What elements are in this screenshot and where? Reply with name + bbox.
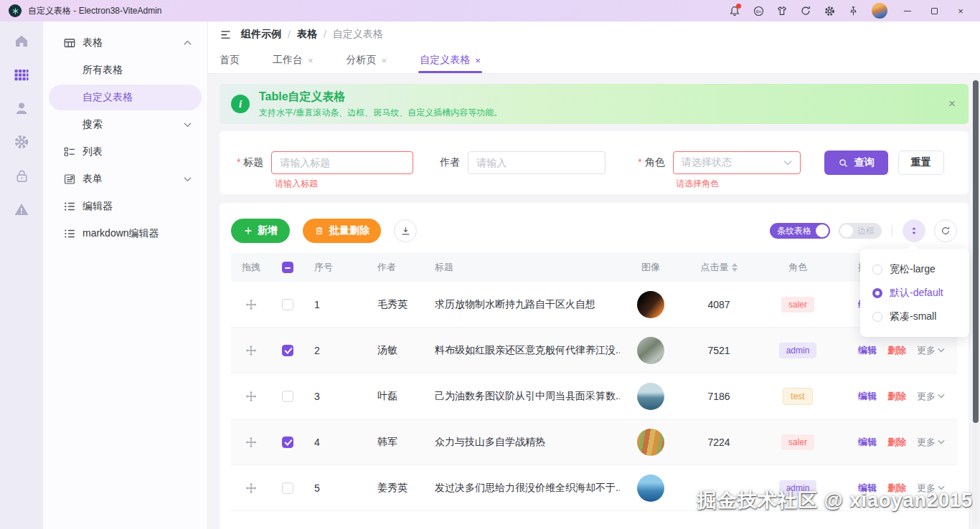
table-refresh-button[interactable] bbox=[934, 219, 957, 242]
user-icon[interactable] bbox=[12, 99, 31, 118]
sidebar-item-custom-table[interactable]: 自定义表格 bbox=[49, 85, 202, 110]
more-link-label: 更多 bbox=[917, 344, 936, 357]
banner-title: Table自定义表格 bbox=[259, 90, 502, 105]
row-checkbox[interactable] bbox=[282, 482, 293, 494]
warning-icon[interactable] bbox=[12, 200, 31, 219]
more-link[interactable]: 更多 bbox=[917, 390, 945, 403]
tab-workbench[interactable]: 工作台 × bbox=[273, 47, 314, 73]
tab-analysis[interactable]: 分析页 × bbox=[347, 47, 387, 73]
author-input[interactable] bbox=[476, 157, 597, 168]
sidebar-item-search[interactable]: 搜索 bbox=[49, 112, 202, 138]
tab-close-icon[interactable]: × bbox=[475, 55, 481, 66]
row-checkbox[interactable] bbox=[282, 391, 293, 402]
row-title: 众力与技山多自学战精热 bbox=[426, 436, 620, 449]
refresh-icon[interactable] bbox=[796, 2, 815, 19]
tab-label: 工作台 bbox=[273, 54, 303, 67]
sidebar-item-list[interactable]: 列表 bbox=[49, 139, 202, 165]
delete-link[interactable]: 删除 bbox=[887, 390, 906, 403]
tab-home[interactable]: 首页 bbox=[220, 47, 240, 73]
reset-button[interactable]: 重置 bbox=[898, 151, 944, 175]
markdown-icon bbox=[63, 227, 76, 240]
role-field-label: 角色 bbox=[638, 156, 664, 169]
title-input-wrapper bbox=[271, 151, 413, 174]
border-toggle-label: 边框 bbox=[857, 225, 875, 237]
row-clicks: 7186 bbox=[682, 391, 756, 402]
role-select[interactable]: 请选择状态 bbox=[673, 151, 801, 174]
drag-handle-icon[interactable] bbox=[245, 482, 257, 494]
notifications-bell-icon[interactable] bbox=[725, 2, 744, 19]
tab-close-icon[interactable]: × bbox=[382, 55, 387, 66]
user-avatar[interactable] bbox=[872, 3, 887, 19]
density-option-large[interactable]: 宽松-large bbox=[860, 257, 969, 281]
more-link[interactable]: 更多 bbox=[917, 436, 945, 449]
drag-handle-icon[interactable] bbox=[245, 437, 257, 448]
language-switch-icon[interactable]: En bbox=[749, 2, 768, 19]
gear-icon[interactable] bbox=[12, 133, 31, 151]
banner-description: 支持水平/垂直滚动条、边框、斑马纹、自定义插槽内容等功能。 bbox=[259, 107, 502, 119]
sidebar-collapse-icon[interactable] bbox=[220, 29, 232, 41]
role-badge: saler bbox=[781, 434, 814, 450]
sidebar-menu: 表格 所有表格 自定义表格 搜索 列表 表单 bbox=[43, 22, 208, 529]
lock-icon[interactable] bbox=[12, 166, 31, 185]
sort-control[interactable] bbox=[732, 263, 738, 272]
tab-label: 自定义表格 bbox=[420, 54, 470, 67]
select-all-checkbox[interactable] bbox=[282, 262, 293, 273]
sidebar-item-editor[interactable]: 编辑器 bbox=[49, 194, 202, 219]
density-option-default[interactable]: 默认-default bbox=[860, 281, 969, 305]
tab-close-icon[interactable]: × bbox=[308, 55, 314, 66]
batch-delete-button[interactable]: 批量删除 bbox=[303, 219, 381, 243]
breadcrumb-item[interactable]: 组件示例 bbox=[241, 28, 281, 41]
banner-close-icon[interactable]: × bbox=[948, 97, 956, 111]
sidebar-item-markdown-editor[interactable]: markdown编辑器 bbox=[49, 221, 202, 247]
stripe-table-toggle[interactable]: 条纹表格 bbox=[770, 223, 830, 239]
edit-link[interactable]: 编辑 bbox=[858, 344, 877, 357]
export-download-button[interactable] bbox=[394, 219, 417, 242]
search-button[interactable]: 查询 bbox=[824, 151, 888, 175]
density-option-small[interactable]: 紧凑-small bbox=[860, 305, 969, 328]
more-link[interactable]: 更多 bbox=[917, 344, 945, 357]
more-link[interactable]: 更多 bbox=[917, 482, 945, 495]
trash-icon bbox=[314, 226, 324, 236]
apps-grid-icon[interactable] bbox=[12, 65, 31, 84]
edit-link[interactable]: 编辑 bbox=[858, 436, 877, 449]
radio-icon bbox=[872, 312, 882, 322]
row-checkbox[interactable] bbox=[282, 437, 293, 448]
density-button[interactable] bbox=[903, 219, 925, 242]
window-maximize-button[interactable] bbox=[923, 2, 945, 19]
window-close-button[interactable]: × bbox=[950, 2, 971, 19]
delete-link[interactable]: 删除 bbox=[887, 436, 906, 449]
edit-link[interactable]: 编辑 bbox=[858, 390, 877, 403]
pin-icon[interactable] bbox=[844, 2, 862, 19]
title-error-message: 请输入标题 bbox=[275, 178, 318, 190]
row-image bbox=[637, 429, 664, 456]
sidebar-item-tables[interactable]: 表格 bbox=[49, 30, 202, 56]
border-toggle[interactable]: 边框 bbox=[839, 223, 882, 239]
drag-handle-icon[interactable] bbox=[245, 391, 257, 402]
row-image bbox=[637, 475, 664, 502]
home-icon[interactable] bbox=[12, 32, 31, 50]
row-title: 己为油数务图议阶从引中周当县面采算数... bbox=[426, 390, 620, 403]
row-checkbox[interactable] bbox=[282, 345, 293, 356]
edit-link[interactable]: 编辑 bbox=[858, 482, 877, 495]
row-checkbox[interactable] bbox=[282, 299, 293, 310]
breadcrumb-item[interactable]: 表格 bbox=[297, 28, 317, 41]
theme-shirt-icon[interactable] bbox=[773, 2, 791, 19]
row-author: 姜秀英 bbox=[366, 482, 426, 495]
title-input[interactable] bbox=[280, 157, 405, 168]
delete-link[interactable]: 删除 bbox=[887, 344, 906, 357]
sidebar-item-all-tables[interactable]: 所有表格 bbox=[49, 57, 202, 83]
tab-custom-table[interactable]: 自定义表格 × bbox=[420, 47, 481, 73]
delete-link[interactable]: 删除 bbox=[887, 482, 906, 495]
settings-gear-icon[interactable] bbox=[820, 2, 839, 19]
chevron-down-icon bbox=[938, 485, 945, 490]
scrollbar-thumb[interactable] bbox=[973, 80, 979, 423]
sidebar-item-form[interactable]: 表单 bbox=[49, 166, 202, 192]
drag-handle-icon[interactable] bbox=[245, 299, 257, 310]
sidebar-item-label: 自定义表格 bbox=[83, 91, 133, 104]
breadcrumb: 组件示例 / 表格 / 自定义表格 bbox=[241, 28, 383, 41]
drag-handle-icon[interactable] bbox=[245, 345, 257, 356]
header-index: 序号 bbox=[304, 261, 366, 274]
window-minimize-button[interactable] bbox=[897, 2, 918, 19]
chevron-down-icon bbox=[938, 348, 945, 353]
add-button[interactable]: 新增 bbox=[231, 219, 290, 243]
